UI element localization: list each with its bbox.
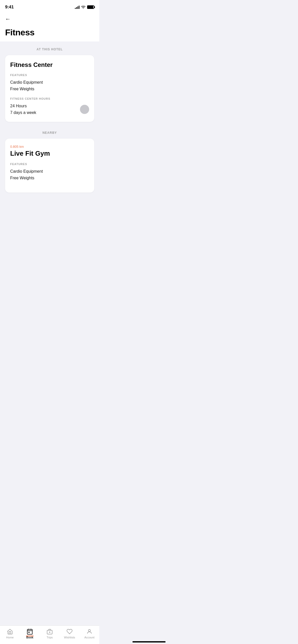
- page-title: Fitness: [5, 27, 94, 37]
- hours-item-2: 7 days a week: [10, 109, 76, 116]
- back-arrow-icon: ←: [5, 16, 11, 22]
- status-bar: 9:41: [0, 0, 99, 13]
- battery-icon: [87, 5, 94, 9]
- hours-content: 24 Hours 7 days a week: [10, 103, 89, 116]
- nearby-feature-item-1: Cardio Equipment: [10, 168, 89, 175]
- nearby-gym-card: 0.805 km Live Fit Gym FEATURES Cardio Eq…: [5, 139, 94, 192]
- nearby-section: NEARBY 0.805 km Live Fit Gym FEATURES Ca…: [0, 125, 99, 195]
- distance-label: 0.805 km: [10, 145, 89, 149]
- at-this-hotel-section: AT THIS HOTEL Fitness Center FEATURES Ca…: [0, 41, 99, 125]
- nearby-gym-title: Live Fit Gym: [10, 150, 89, 157]
- hours-group: FITNESS CENTER HOURS 24 Hours 7 days a w…: [10, 97, 89, 116]
- status-icons: [75, 5, 94, 9]
- wifi-icon: [81, 5, 86, 9]
- feature-item-1: Cardio Equipment: [10, 79, 89, 86]
- svg-point-0: [83, 8, 84, 9]
- header: ← Fitness: [0, 13, 99, 41]
- at-this-hotel-label: AT THIS HOTEL: [5, 48, 94, 51]
- feature-item-2: Free Weights: [10, 86, 89, 92]
- fitness-center-title: Fitness Center: [10, 61, 89, 68]
- features-label: FEATURES: [10, 74, 89, 77]
- nearby-label: NEARBY: [5, 131, 94, 135]
- content: AT THIS HOTEL Fitness Center FEATURES Ca…: [0, 41, 99, 216]
- nearby-feature-item-2: Free Weights: [10, 175, 89, 181]
- signal-icon: [75, 5, 79, 9]
- fitness-center-card: Fitness Center FEATURES Cardio Equipment…: [5, 55, 94, 122]
- toggle-circle: [80, 105, 89, 114]
- back-button[interactable]: ←: [5, 15, 94, 23]
- hours-text: 24 Hours 7 days a week: [10, 103, 76, 116]
- nearby-features-group: FEATURES Cardio Equipment Free Weights: [10, 163, 89, 181]
- features-group: FEATURES Cardio Equipment Free Weights: [10, 74, 89, 92]
- status-time: 9:41: [5, 5, 14, 10]
- nearby-features-label: FEATURES: [10, 163, 89, 166]
- hours-label: FITNESS CENTER HOURS: [10, 97, 89, 100]
- hours-item-1: 24 Hours: [10, 103, 76, 109]
